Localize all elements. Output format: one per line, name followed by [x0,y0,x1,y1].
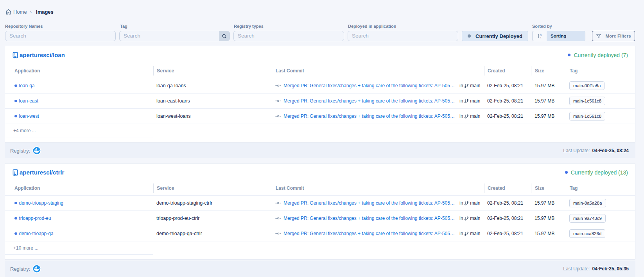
svg-text:z: z [540,36,542,39]
